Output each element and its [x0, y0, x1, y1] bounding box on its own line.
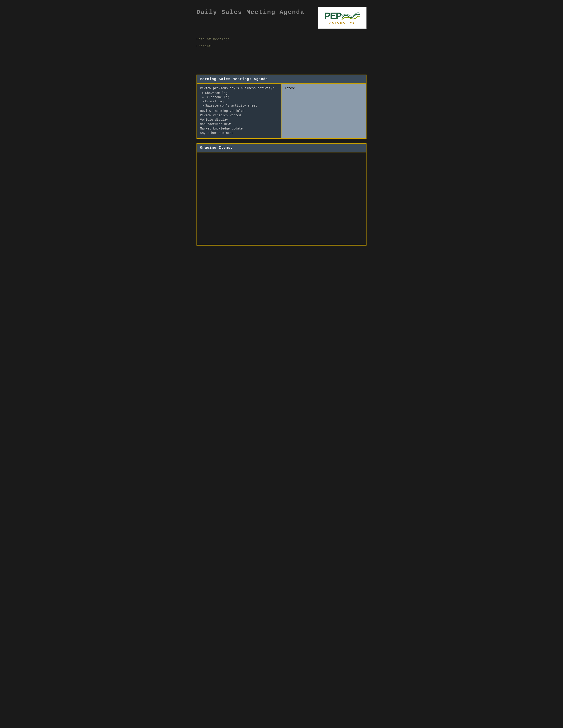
- bullet-icon: »: [202, 96, 204, 99]
- agenda-column: Review previous day's business activity:…: [197, 84, 282, 138]
- agenda-item-2: Vehicle display: [200, 118, 278, 122]
- morning-meeting-table: Morning Sales Meeting: Agenda Review pre…: [196, 75, 367, 139]
- review-title: Review previous day's business activity:: [200, 86, 278, 90]
- list-item: » Telephone log: [202, 96, 278, 99]
- sub-item-showroom: Showroom log: [205, 91, 227, 95]
- page-title-container: Daily Sales Meeting Agenda: [196, 7, 305, 16]
- list-item: » Salesperson's activity sheet: [202, 104, 278, 107]
- page-title: Daily Sales Meeting Agenda: [196, 9, 305, 16]
- bullet-icon: »: [202, 92, 204, 95]
- meta-section: Date of Meeting: Present:: [196, 38, 367, 48]
- logo-automotive-text: AUTOMOTIVE: [330, 21, 355, 24]
- ongoing-items-body: [197, 152, 366, 245]
- agenda-item-4: Market knowledge update: [200, 127, 278, 130]
- morning-meeting-header: Morning Sales Meeting: Agenda: [197, 75, 366, 84]
- date-of-meeting-label: Date of Meeting:: [196, 38, 367, 41]
- ongoing-items-header: Ongoing Items:: [197, 144, 366, 152]
- list-item: » Showroom log: [202, 91, 278, 95]
- logo-text-row: PEP: [320, 11, 365, 21]
- sub-item-telephone: Telephone log: [205, 96, 229, 99]
- notes-label: Notes:: [285, 86, 363, 90]
- sub-items-list: » Showroom log » Telephone log » E-mail …: [200, 91, 278, 107]
- logo-pep-text: PEP: [324, 11, 341, 21]
- notes-column: Notes:: [282, 84, 366, 138]
- spacer: [196, 53, 367, 75]
- present-label: Present:: [196, 45, 367, 48]
- bullet-icon: »: [202, 100, 204, 103]
- bullet-icon: »: [202, 104, 204, 107]
- sub-item-salesperson: Salesperson's activity sheet: [205, 104, 257, 107]
- agenda-item-1: Review vehicles wanted: [200, 114, 278, 117]
- list-item: » E-mail log: [202, 100, 278, 103]
- agenda-item-3: Manufacturer news: [200, 122, 278, 126]
- logo-wave-icon: [342, 11, 360, 20]
- sub-item-email: E-mail log: [205, 100, 224, 103]
- agenda-item-0: Review incoming vehicles: [200, 109, 278, 113]
- agenda-item-5: Any other business: [200, 131, 278, 135]
- header-section: Daily Sales Meeting Agenda PEP AUTOMOTIV…: [196, 7, 367, 29]
- logo-box: PEP AUTOMOTIVE: [318, 7, 367, 29]
- morning-meeting-body: Review previous day's business activity:…: [197, 84, 366, 138]
- ongoing-items-container: Ongoing Items:: [196, 143, 367, 246]
